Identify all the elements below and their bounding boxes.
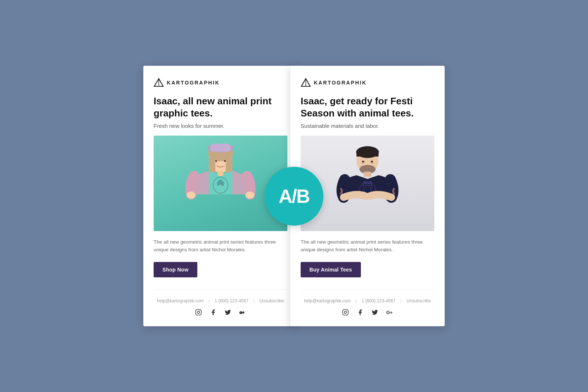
- social-icons-b: G+: [301, 309, 434, 316]
- twitter-icon-b[interactable]: [371, 309, 379, 316]
- logo-area-a: KARTOGRAPHIK: [154, 78, 287, 88]
- separator-2-b: |: [400, 298, 401, 303]
- svg-point-10: [187, 191, 196, 199]
- footer-email-a[interactable]: help@kartographik.com: [157, 298, 204, 303]
- svg-point-33: [371, 161, 373, 163]
- logo-text-a: KARTOGRAPHIK: [167, 80, 220, 86]
- email-heading-b: Isaac, get ready for Festi Season with a…: [301, 95, 434, 119]
- facebook-icon-b[interactable]: [356, 309, 364, 316]
- svg-point-15: [224, 160, 226, 162]
- ab-badge-text: A/B: [279, 185, 309, 207]
- svg-point-36: [347, 310, 347, 311]
- svg-point-14: [215, 160, 217, 162]
- ab-test-container: KARTOGRAPHIK Isaac, all new animal print…: [143, 66, 445, 326]
- instagram-icon-b[interactable]: [342, 309, 349, 316]
- footer-links-a: help@kartographik.com | 1 (800) 123-4567…: [154, 298, 287, 303]
- google-plus-icon-a[interactable]: G+: [239, 309, 246, 316]
- instagram-icon-a[interactable]: [195, 309, 202, 316]
- svg-point-19: [200, 310, 200, 311]
- logo-icon-a: [154, 78, 164, 88]
- facebook-icon-a[interactable]: [209, 309, 217, 316]
- svg-point-18: [197, 311, 200, 313]
- footer-phone-a[interactable]: 1 (800) 123-4567: [215, 298, 248, 303]
- email-subheading-a: Fresh new looks for summer.: [154, 123, 287, 129]
- twitter-icon-a[interactable]: [224, 309, 232, 316]
- svg-rect-16: [218, 171, 223, 176]
- separator-1-a: |: [209, 298, 210, 303]
- footer-unsubscribe-b[interactable]: Unsubscribe: [406, 298, 431, 303]
- logo-text-b: KARTOGRAPHIK: [314, 80, 367, 86]
- separator-1-b: |: [356, 298, 357, 303]
- email-body-b: The all new geometric animal print serie…: [301, 238, 434, 254]
- email-heading-a: Isaac, all new animal print graphic tees…: [154, 95, 287, 119]
- logo-icon-b: [301, 78, 311, 88]
- google-plus-icon-b[interactable]: G+: [386, 309, 393, 316]
- svg-point-35: [344, 311, 347, 313]
- svg-point-11: [245, 191, 254, 199]
- svg-point-32: [362, 161, 364, 163]
- svg-text:G+: G+: [240, 310, 245, 314]
- svg-rect-17: [196, 309, 201, 315]
- ab-badge: A/B: [265, 167, 323, 226]
- footer-unsubscribe-a[interactable]: Unsubscribe: [259, 298, 284, 303]
- footer-a: help@kartographik.com | 1 (800) 123-4567…: [154, 289, 287, 316]
- svg-rect-34: [343, 309, 348, 315]
- svg-text:G+: G+: [386, 310, 393, 315]
- separator-2-a: |: [253, 298, 254, 303]
- footer-phone-b[interactable]: 1 (800) 123-4567: [362, 298, 395, 303]
- footer-b: help@kartographik.com | 1 (800) 123-4567…: [301, 289, 434, 316]
- footer-email-b[interactable]: help@kartographik.com: [304, 298, 351, 303]
- svg-rect-7: [210, 144, 231, 152]
- email-body-a: The all new geometric animal print serie…: [154, 238, 287, 254]
- logo-area-b: KARTOGRAPHIK: [301, 78, 434, 88]
- email-subheading-b: Sustainable materials and labor.: [301, 123, 434, 129]
- shop-now-button[interactable]: Shop Now: [154, 262, 197, 277]
- social-icons-a: G+: [154, 309, 287, 316]
- buy-animal-tees-button[interactable]: Buy Animal Tees: [301, 262, 361, 277]
- footer-links-b: help@kartographik.com | 1 (800) 123-4567…: [301, 298, 434, 303]
- svg-rect-27: [364, 172, 371, 177]
- svg-rect-25: [356, 152, 379, 157]
